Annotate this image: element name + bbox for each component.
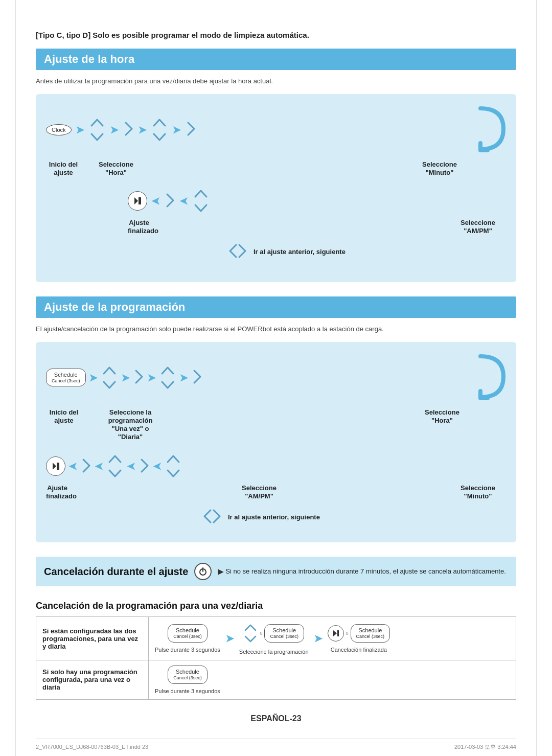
chevron-right-2 [185, 120, 196, 140]
s2-arrow-left-1: ➤ [68, 460, 77, 472]
label-ir-anterior: Ir al ajuste anterior, siguiente [254, 248, 346, 256]
s2-arrow-left-4: ➤ [153, 460, 162, 472]
s2-arrow-4: ➤ [179, 372, 188, 384]
s2-label-ampm: Seleccione "AM/PM" [228, 484, 290, 500]
chevron-group-2 [151, 116, 168, 144]
chevron-down-svg-2 [151, 130, 168, 144]
svg-marker-0 [134, 197, 138, 204]
s2-label-inicio: Inicio del ajuste [46, 408, 82, 424]
chevron-right-3 [164, 191, 175, 211]
section-ajuste-hora: Ajuste de la hora Antes de utilizar la p… [36, 49, 516, 282]
arrow-4: ➤ [172, 124, 181, 136]
chevron-prev-next [225, 242, 250, 262]
cancel-schedule-btn-2: Schedule Cancel (3sec) [264, 624, 304, 643]
curve-arrow-svg [475, 103, 506, 154]
arrow-left-2: ➤ [179, 195, 188, 207]
page: [Tipo C, tipo D] Solo es posible program… [0, 0, 552, 756]
footer-right: 2017-03-03 오후 3:24:44 [454, 743, 516, 751]
s2-chevron-3 [106, 452, 124, 480]
label-ajuste-finalizado: Ajuste finalizado [128, 218, 150, 235]
power-icon-circle [194, 563, 212, 580]
curved-arrow-right [475, 103, 506, 156]
s2-label-finalizado: Ajuste finalizado [46, 484, 68, 500]
cancel-section-bar: Cancelación durante el ajuste ▶ Si no se… [36, 557, 516, 586]
chevron-right-svg-1 [123, 120, 134, 138]
cancel-prog-title: Cancelación de la programación para una … [36, 601, 516, 611]
cancel-step-2: 0 Schedule Cancel (3sec) Seleccione la p… [239, 622, 309, 655]
footer-left: 2_VR7000_ES_DJ68-00763B-03_ET.indd 23 [36, 744, 148, 750]
s2-chevron-right-1 [133, 368, 144, 387]
cancel-schedule-btn-1: Schedule Cancel (3sec) [168, 624, 208, 643]
label-seleccione-hora: Seleccione "Hora" [98, 160, 134, 176]
s2-chevron-1 [101, 363, 118, 392]
cancel-prog-table: Si están configuradas las dos programaci… [36, 616, 516, 700]
chevron-right-svg-3 [164, 191, 175, 210]
page-border-left [15, 0, 16, 756]
s2-play-button [46, 456, 65, 476]
s2-chevron-right-4 [139, 456, 150, 476]
s2-curve-arrow [475, 351, 506, 404]
chevron-up-svg [88, 116, 106, 130]
page-number: ESPAÑOL-23 [36, 714, 516, 723]
s2-label-hora: Seleccione "Hora" [414, 408, 470, 424]
s2-chevron-right-2 [191, 368, 202, 387]
table-row-1: Si están configuradas las dos programaci… [36, 617, 516, 660]
cancel-ajuste-desc: Si no se realiza ninguna introducción du… [225, 567, 506, 575]
chevron-up-svg-2 [151, 116, 168, 130]
s2-label-prog: Seleccione la programación "Una vez" o "… [102, 408, 158, 441]
table-row-2: Si solo hay una programación configurada… [36, 660, 516, 700]
chevron-right-svg-2 [185, 120, 196, 138]
s2-label-minuto: Seleccione "Minuto" [450, 484, 506, 500]
s2-chevron-right-3 [80, 456, 91, 476]
arrow-left-1: ➤ [151, 195, 160, 207]
svg-rect-3 [57, 463, 59, 470]
chevron-group-3 [192, 187, 210, 215]
label-seleccione-ampm: Seleccione "AM/PM" [450, 218, 506, 235]
schedule-sub-1: Cancel (3sec) [52, 378, 80, 384]
label-seleccione-minuto: Seleccione "Minuto" [414, 160, 465, 176]
svg-marker-6 [333, 630, 337, 636]
step-clock: Clock [46, 124, 72, 135]
table-cell-steps-1: Schedule Cancel (3sec) Pulse durante 3 s… [149, 617, 516, 660]
cancel-chevron-1 [243, 622, 258, 645]
section-ajuste-prog: Ajuste de la programación El ajuste/canc… [36, 296, 516, 542]
power-icon [198, 566, 208, 577]
s2-chevron-4 [165, 452, 182, 480]
section1-diagram: Clock ➤ ➤ [36, 94, 516, 282]
section2-title: Ajuste de la programación [36, 296, 516, 318]
s2-chevron-prev-next [199, 507, 225, 527]
section-cancel-ajuste: Cancelación durante el ajuste ▶ Si no se… [36, 557, 516, 586]
cancel-play-btn [328, 625, 344, 642]
cancel-step-1: Schedule Cancel (3sec) Pulse durante 3 s… [155, 624, 220, 653]
chevron-group-1 [88, 116, 106, 144]
cancel-step-3: 0 Schedule Cancel (3sec) Cancelación fin… [328, 624, 390, 653]
arrow-3: ➤ [138, 124, 147, 136]
cancel-arrow-1: ➤ [225, 632, 234, 645]
section-cancel-prog: Cancelación de la programación para una … [36, 601, 516, 700]
chevron-right-1 [123, 120, 134, 140]
chevron-down-svg [88, 130, 106, 144]
section1-intro: Antes de utilizar la programación para u… [36, 77, 516, 85]
cancel-single-step: Schedule Cancel (3sec) Pulse durante 3 s… [155, 666, 220, 694]
svg-rect-1 [139, 197, 141, 204]
cancel-schedule-btn-3: Schedule Cancel (3sec) [351, 624, 390, 643]
section2-intro: El ajuste/cancelación de la programación… [36, 325, 516, 333]
page-footer: 2_VR7000_ES_DJ68-00763B-03_ET.indd 23 20… [36, 739, 516, 751]
s2-arrow-left-3: ➤ [127, 460, 135, 472]
table-cell-left-1: Si están configuradas las dos programaci… [36, 617, 149, 660]
chevron-pair-svg [225, 242, 250, 260]
arrow-1: ➤ [76, 124, 84, 136]
play-stop-icon [133, 196, 142, 205]
cancel-single-schedule-btn: Schedule Cancel (3sec) [168, 666, 208, 684]
label-inicio-ajuste: Inicio del ajuste [48, 160, 79, 176]
section1-title: Ajuste de la hora [36, 49, 516, 70]
step-schedule-1: Schedule Cancel (3sec) [46, 369, 86, 387]
step-play [128, 191, 147, 211]
cancel-desc-wrap: ▶ Si no se realiza ninguna introducción … [218, 567, 506, 576]
schedule-button-1: Schedule Cancel (3sec) [46, 369, 86, 387]
cancel-arrow-2: ➤ [314, 632, 323, 645]
top-note: [Tipo C, tipo D] Solo es posible program… [36, 31, 516, 39]
s2-label-anterior: Ir al ajuste anterior, siguiente [228, 513, 320, 521]
table-cell-left-2: Si solo hay una programación configurada… [36, 660, 149, 700]
chevron-down-svg-3 [192, 201, 210, 215]
